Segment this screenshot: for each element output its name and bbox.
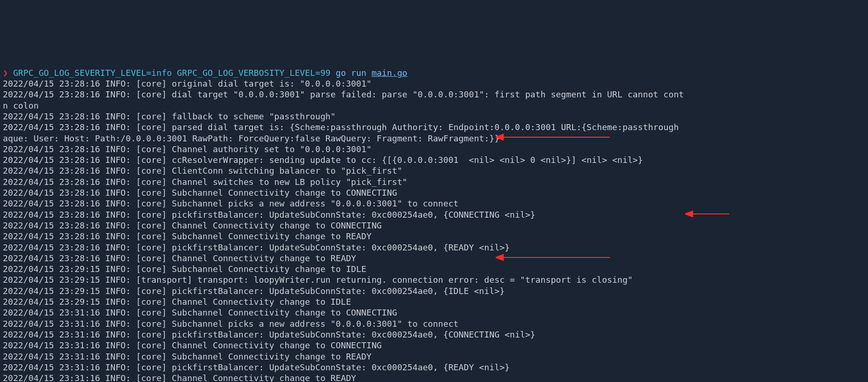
log-line: 2022/04/15 23:28:16 INFO: [core] Channel… <box>3 144 371 154</box>
log-line: 2022/04/15 23:28:16 INFO: [core] Subchan… <box>3 188 397 198</box>
log-line: 2022/04/15 23:28:16 INFO: [core] origina… <box>3 79 371 88</box>
log-line: 2022/04/15 23:28:16 INFO: [core] pickfir… <box>3 210 535 220</box>
log-line: 2022/04/15 23:28:16 INFO: [core] dial ta… <box>3 89 684 99</box>
log-line: 2022/04/15 23:31:16 INFO: [core] Subchan… <box>3 319 459 329</box>
terminal-output: ❯ GRPC_GO_LOG_SEVERITY_LEVEL=info GRPC_G… <box>0 54 868 382</box>
log-line: 2022/04/15 23:29:15 INFO: [core] Channel… <box>3 297 351 307</box>
log-line: 2022/04/15 23:31:16 INFO: [core] pickfir… <box>3 362 510 372</box>
log-line: 2022/04/15 23:29:15 INFO: [core] pickfir… <box>3 286 505 296</box>
log-line: 2022/04/15 23:31:16 INFO: [core] Channel… <box>3 340 382 350</box>
command-filename: main.go <box>371 68 407 78</box>
log-line: 2022/04/15 23:28:16 INFO: [core] Channel… <box>3 253 356 263</box>
log-line: 2022/04/15 23:31:16 INFO: [core] pickfir… <box>3 330 535 339</box>
log-line: 2022/04/15 23:29:15 INFO: [core] Subchan… <box>3 264 366 274</box>
log-line: 2022/04/15 23:28:16 INFO: [core] Channel… <box>3 220 382 230</box>
log-line: 2022/04/15 23:28:16 INFO: [core] Channel… <box>3 177 407 187</box>
command-go-run: go run <box>336 68 367 78</box>
command-env-vars: GRPC_GO_LOG_SEVERITY_LEVEL=info GRPC_GO_… <box>13 68 331 78</box>
log-line: 2022/04/15 23:29:15 INFO: [transport] tr… <box>3 275 633 285</box>
log-line: 2022/04/15 23:28:16 INFO: [core] Subchan… <box>3 231 371 241</box>
prompt-indicator: ❯ <box>3 68 8 78</box>
log-line: 2022/04/15 23:28:16 INFO: [core] ClientC… <box>3 166 402 176</box>
log-line: 2022/04/15 23:31:16 INFO: [core] Subchan… <box>3 308 397 317</box>
log-line: 2022/04/15 23:28:16 INFO: [core] pickfir… <box>3 242 510 252</box>
log-line: aque: User: Host: Path:/0.0.0.0:3001 Raw… <box>3 133 499 143</box>
log-line: 2022/04/15 23:28:16 INFO: [core] parsed … <box>3 122 679 132</box>
log-line: 2022/04/15 23:31:16 INFO: [core] Channel… <box>3 373 356 382</box>
log-line: 2022/04/15 23:28:16 INFO: [core] fallbac… <box>3 111 336 121</box>
log-line: n colon <box>3 101 39 110</box>
log-line: 2022/04/15 23:28:16 INFO: [core] Subchan… <box>3 198 459 208</box>
log-line: 2022/04/15 23:28:16 INFO: [core] ccResol… <box>3 155 643 165</box>
log-line: 2022/04/15 23:31:16 INFO: [core] Subchan… <box>3 352 371 361</box>
